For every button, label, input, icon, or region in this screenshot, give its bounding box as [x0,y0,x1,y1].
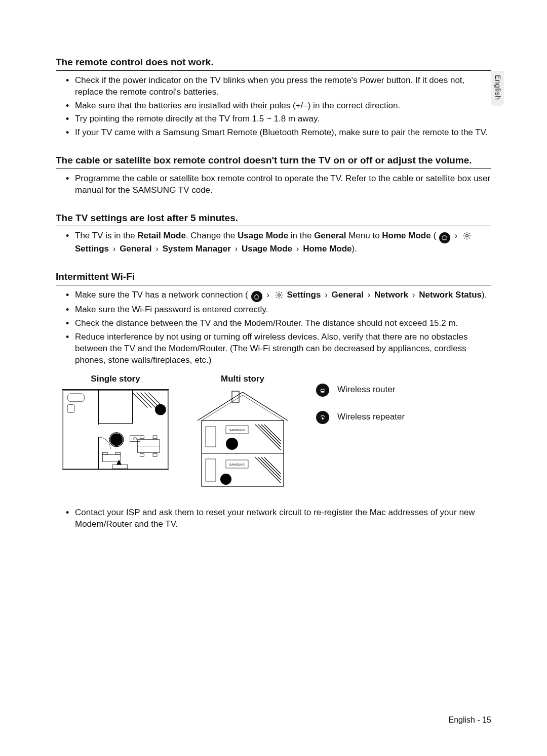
list-item: If your TV came with a Samsung Smart Rem… [66,127,491,139]
svg-rect-16 [140,436,144,439]
separator: › [411,290,417,300]
text: The TV is in the [75,231,137,240]
svg-rect-46 [206,427,216,447]
legend: Wireless router Wireless repeater [316,373,405,438]
house-cutaway-icon: SAMSUNG SAMSUNG [194,389,291,489]
svg-rect-45 [206,459,216,481]
router-icon [316,384,329,397]
bold-text: Usage Mode [242,244,292,254]
home-icon [251,291,262,302]
single-story-diagram: Single story [62,373,169,474]
section-heading-remote: The remote control does not work. [56,56,491,71]
text: ). [482,290,487,300]
list-item: Make sure the Wi-Fi password is entered … [66,304,491,316]
multi-story-diagram: Multi story [194,373,291,493]
floorplan-icon [62,389,169,470]
text: ( [431,231,436,240]
legend-label: Wireless repeater [337,411,405,423]
section-heading-wifi: Intermittent Wi-Fi [56,270,491,285]
svg-point-53 [220,474,231,485]
bold-text: Network Status [419,290,482,300]
bold-text: Retail Mode [137,231,185,240]
repeater-icon [316,411,329,424]
bold-text: Home Mode [303,244,351,254]
list-item: Make sure the TV has a network connectio… [66,289,491,303]
legend-label: Wireless router [337,384,395,396]
svg-rect-18 [140,453,144,456]
svg-point-49 [226,438,238,450]
bold-text: System Manager [163,244,231,254]
text: in the [288,231,314,240]
text: Menu to [346,231,382,240]
page-footer: English - 15 [449,715,492,726]
bold-text: Settings [287,290,321,300]
svg-rect-17 [153,436,157,439]
text: . Change the [186,231,238,240]
remote-list: Check if the power indicator on the TV b… [56,75,491,139]
svg-rect-12 [67,394,85,402]
list-item: Reduce interference by not using or turn… [66,331,491,366]
separator: › [295,244,301,254]
svg-text:SAMSUNG: SAMSUNG [229,429,245,432]
list-item: Programme the cable or satellite box rem… [66,173,491,196]
list-item: Contact your ISP and ask them to reset y… [66,507,491,530]
list-item: Try pointing the remote directly at the … [66,113,491,125]
diagram-title: Multi story [194,373,291,385]
svg-point-1 [278,293,280,296]
svg-rect-2 [63,390,168,469]
bold-text: Usage Mode [238,231,288,240]
wifi-list-after: Contact your ISP and ask them to reset y… [56,507,491,530]
svg-rect-25 [115,452,121,454]
separator: › [111,244,118,254]
section-heading-cable: The cable or satellite box remote contro… [56,154,491,169]
diagram-title: Single story [62,373,169,385]
svg-rect-30 [130,436,140,442]
bold-text: Settings [75,244,109,254]
home-icon [439,232,450,243]
text: ). [352,244,357,254]
svg-rect-23 [102,454,121,461]
separator: › [366,290,372,300]
svg-rect-19 [153,453,157,456]
svg-rect-24 [102,452,107,454]
list-item: Check the distance between the TV and th… [66,318,491,329]
cable-list: Programme the cable or satellite box rem… [56,173,491,196]
svg-point-31 [134,437,137,440]
svg-point-56 [322,417,324,419]
bold-text: General [120,244,151,254]
svg-line-39 [261,425,281,444]
section-heading-settings: The TV settings are lost after 5 minutes… [56,212,491,227]
diagram-row: Single story [62,373,491,493]
svg-line-38 [258,425,281,447]
legend-row-repeater: Wireless repeater [316,411,405,424]
svg-point-32 [155,404,166,415]
wifi-list: Make sure the TV has a network connectio… [56,289,491,366]
list-item: Check if the power indicator on the TV b… [66,75,491,98]
svg-rect-21 [112,465,128,469]
svg-rect-55 [321,391,325,393]
legend-row-router: Wireless router [316,384,405,397]
bold-text: Home Mode [382,231,431,240]
text: Make sure the TV has a network connectio… [75,290,248,300]
list-item: The TV is in the Retail Mode. Change the… [66,230,491,255]
svg-point-0 [466,235,468,237]
separator: › [453,231,459,240]
svg-line-43 [261,457,281,477]
bold-text: Network [374,290,408,300]
bold-text: General [314,231,346,240]
svg-rect-13 [67,404,74,412]
separator: › [265,290,271,300]
svg-line-42 [258,457,281,480]
gear-icon [274,290,284,300]
svg-line-9 [140,393,155,408]
svg-line-8 [136,393,151,408]
bold-text: General [332,290,364,300]
svg-line-7 [133,393,148,408]
separator: › [323,290,329,300]
separator: › [233,244,240,254]
separator: › [154,244,160,254]
svg-text:SAMSUNG: SAMSUNG [229,463,245,466]
language-tab: English [491,71,504,106]
svg-marker-22 [116,459,122,465]
gear-icon [462,231,472,241]
